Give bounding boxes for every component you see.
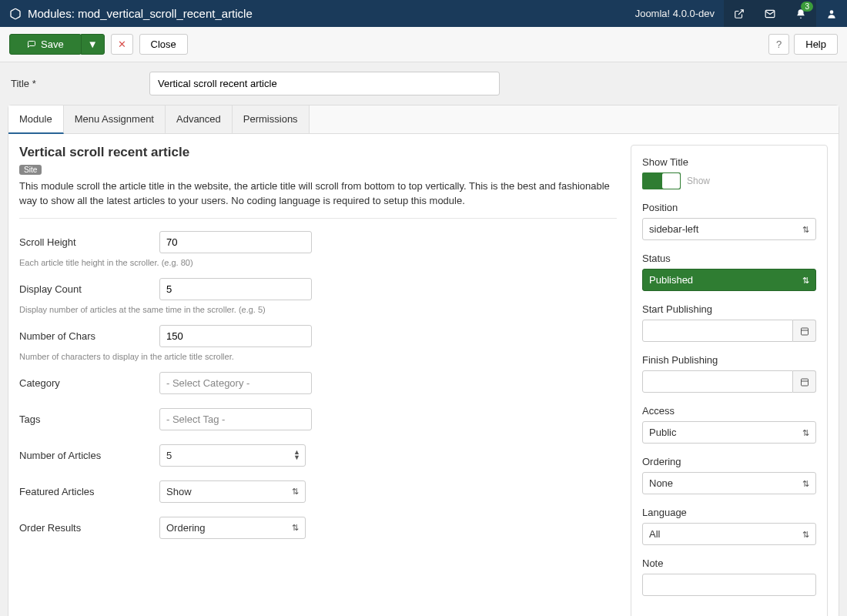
scroll-height-row: Scroll Height (19, 231, 617, 253)
position-group: Position sidebar-left⇅ (642, 202, 816, 240)
topbar-left: Modules: mod_vertical_scroll_recent_arti… (0, 7, 253, 20)
divider (19, 218, 617, 219)
ordering-label: Ordering (642, 456, 816, 467)
module-heading: Vertical scroll recent article (19, 145, 617, 160)
category-row: Category - Select Category - (19, 372, 617, 394)
svg-rect-4 (801, 379, 808, 386)
order-row: Order Results Ordering⇅ (19, 517, 617, 539)
note-label: Note (642, 557, 816, 569)
language-group: Language All⇅ (642, 507, 816, 545)
start-pub-input-group (642, 320, 816, 342)
close-button[interactable]: Close (139, 34, 188, 55)
help-icon-button[interactable]: ? (768, 34, 789, 55)
display-count-help: Display number of articles at the same t… (19, 305, 617, 314)
tabs: Module Menu Assignment Advanced Permissi… (8, 105, 839, 134)
access-select[interactable]: Public⇅ (642, 421, 816, 444)
show-title-label: Show Title (642, 156, 816, 168)
close-x-button[interactable]: ✕ (111, 34, 133, 55)
scroll-height-help: Each article title height in the scrolle… (19, 258, 617, 267)
finish-pub-group: Finish Publishing (642, 354, 816, 393)
language-label: Language (642, 507, 816, 518)
save-icon (27, 40, 36, 49)
chevron-updown-icon: ⇅ (802, 427, 809, 437)
finish-pub-input[interactable] (642, 370, 793, 393)
note-input[interactable] (642, 574, 816, 596)
close-label: Close (151, 38, 176, 50)
save-button[interactable]: Save (9, 34, 82, 55)
num-articles-input[interactable]: 5▲▼ (159, 444, 306, 467)
chevron-updown-icon: ⇅ (802, 224, 809, 234)
chevron-updown-icon: ⇅ (802, 275, 809, 285)
start-pub-label: Start Publishing (642, 303, 816, 315)
tags-label: Tags (19, 413, 159, 425)
category-select[interactable]: - Select Category - (159, 372, 312, 394)
toolbar-right: ? Help (768, 34, 838, 55)
chevron-updown-icon: ⇅ (292, 523, 299, 533)
category-label: Category (19, 377, 159, 389)
num-chars-row: Number of Chars (19, 325, 617, 347)
order-label: Order Results (19, 522, 159, 534)
access-label: Access (642, 405, 816, 417)
start-pub-calendar-button[interactable] (793, 320, 816, 342)
scroll-height-input[interactable] (159, 231, 312, 253)
ordering-select[interactable]: None⇅ (642, 472, 816, 494)
toolbar: Save ▼ ✕ Close ? Help (0, 27, 847, 62)
help-button[interactable]: Help (794, 34, 838, 55)
show-title-toggle[interactable] (642, 172, 681, 189)
featured-label: Featured Articles (19, 486, 159, 497)
display-count-label: Display Count (19, 283, 159, 295)
bell-icon[interactable]: 3 (785, 0, 816, 27)
chevron-updown-icon: ⇅ (802, 478, 809, 488)
page-title: Modules: mod_vertical_scroll_recent_arti… (28, 7, 253, 20)
status-group: Status Published⇅ (642, 253, 816, 291)
chevron-updown-icon: ⇅ (292, 487, 299, 497)
position-label: Position (642, 202, 816, 213)
tab-permissions[interactable]: Permissions (233, 105, 310, 133)
num-articles-label: Number of Articles (19, 450, 159, 461)
num-articles-row: Number of Articles 5▲▼ (19, 444, 617, 467)
language-select[interactable]: All⇅ (642, 523, 816, 545)
user-icon[interactable] (816, 0, 847, 27)
position-select[interactable]: sidebar-left⇅ (642, 218, 816, 240)
spinner-icon: ▲▼ (293, 450, 300, 460)
tab-module[interactable]: Module (8, 105, 64, 134)
featured-row: Featured Articles Show⇅ (19, 480, 617, 503)
start-pub-input[interactable] (642, 320, 793, 342)
start-pub-group: Start Publishing (642, 303, 816, 342)
order-select[interactable]: Ordering⇅ (159, 517, 306, 539)
access-group: Access Public⇅ (642, 405, 816, 444)
page-wrap: Module Menu Assignment Advanced Permissi… (8, 105, 839, 616)
save-dropdown-button[interactable]: ▼ (81, 34, 105, 55)
topbar: Modules: mod_vertical_scroll_recent_arti… (0, 0, 847, 27)
num-chars-help: Number of characters to display in the a… (19, 352, 617, 361)
num-chars-label: Number of Chars (19, 330, 159, 342)
svg-point-1 (830, 10, 834, 14)
tab-content: Vertical scroll recent article Site This… (8, 134, 839, 616)
num-chars-input[interactable] (159, 325, 312, 347)
help-label: Help (805, 38, 826, 50)
svg-rect-2 (801, 328, 808, 335)
finish-pub-input-group (642, 370, 816, 393)
finish-pub-calendar-button[interactable] (793, 370, 816, 393)
topbar-right: Joomla! 4.0.0-dev 3 (626, 0, 847, 27)
save-label: Save (41, 38, 64, 50)
status-select[interactable]: Published⇅ (642, 269, 816, 291)
tags-select[interactable]: - Select Tag - (159, 408, 312, 430)
title-input[interactable] (149, 72, 500, 95)
status-label: Status (642, 253, 816, 264)
chevron-updown-icon: ⇅ (802, 529, 809, 539)
mail-icon[interactable] (755, 0, 785, 27)
title-label: Title * (11, 78, 140, 89)
tab-menu-assignment[interactable]: Menu Assignment (64, 105, 166, 133)
calendar-icon (800, 326, 809, 336)
version-text: Joomla! 4.0.0-dev (626, 8, 724, 19)
featured-select[interactable]: Show⇅ (159, 480, 306, 503)
show-title-toggle-wrap: Show (642, 172, 816, 189)
title-row: Title * (0, 62, 847, 105)
ordering-group: Ordering None⇅ (642, 456, 816, 494)
popout-icon[interactable] (724, 0, 755, 27)
cube-icon (9, 8, 22, 20)
display-count-input[interactable] (159, 278, 312, 300)
tab-advanced[interactable]: Advanced (166, 105, 233, 133)
tags-row: Tags - Select Tag - (19, 408, 617, 430)
